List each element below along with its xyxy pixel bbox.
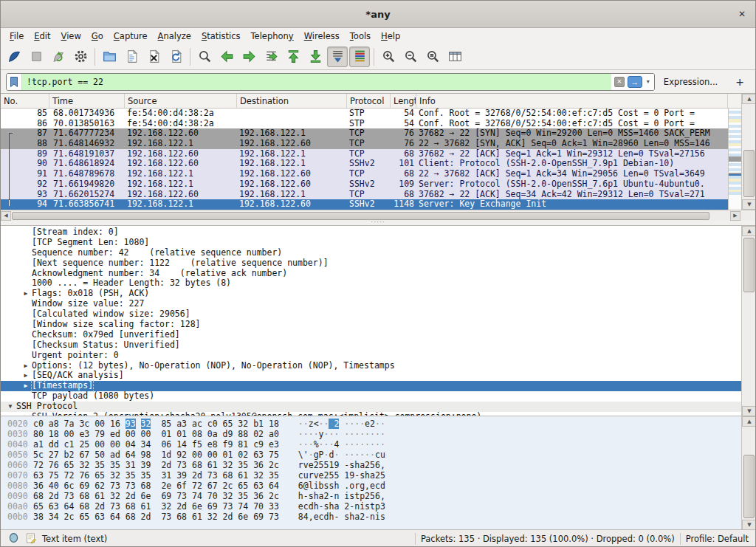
column-header-no[interactable]: No. <box>1 94 49 108</box>
column-header-time[interactable]: Time <box>49 94 125 108</box>
hex-vscroll-thumb[interactable] <box>743 455 755 518</box>
column-header-length[interactable]: Length <box>391 94 416 108</box>
hex-row-00b0[interactable]: 00b038 34 2c 65 63 64 68 2d 73 68 61 32 … <box>1 512 755 522</box>
expert-info-icon[interactable] <box>7 531 20 546</box>
stop-capture-button[interactable] <box>26 47 47 67</box>
restart-capture-button[interactable] <box>48 47 69 67</box>
zoom-in-button[interactable] <box>378 47 399 67</box>
go-to-packet-button[interactable] <box>261 47 281 67</box>
packet-row-91[interactable]: 9171.648789678192.168.122.1192.168.122.6… <box>1 169 728 179</box>
detail-line[interactable]: Urgent pointer: 0 <box>1 351 741 361</box>
packet-list-vscrollbar[interactable]: ▲ ▼ <box>741 94 756 210</box>
hex-row-0040[interactable]: 0040a1 dd c1 25 00 00 04 34 06 14 f5 e8 … <box>1 439 755 450</box>
hex-bytes[interactable]: 63 75 72 76 65 32 35 35 31 39 2d 73 68 6… <box>33 470 279 481</box>
details-vscrollbar[interactable]: ▲ ▼ <box>741 226 755 416</box>
column-header-destination[interactable]: Destination <box>237 94 347 108</box>
zoom-reset-button[interactable] <box>422 47 443 67</box>
detail-line[interactable]: [Stream index: 0] <box>1 227 741 238</box>
menu-go[interactable]: Go <box>86 30 109 43</box>
go-back-button[interactable] <box>216 47 237 67</box>
go-bottom-button[interactable] <box>305 47 326 67</box>
packet-row-86[interactable]: 8670.013850163fe:54:00:d4:38:2aSTP54Conf… <box>1 119 728 129</box>
detail-line[interactable]: ▼SSH Protocol <box>1 402 741 412</box>
hex-vscrollbar[interactable]: ▲ ▼ <box>741 416 755 529</box>
scroll-up-icon[interactable]: ▲ <box>742 226 755 236</box>
detail-line[interactable]: 1000 .... = Header Length: 32 bytes (8) <box>1 278 741 289</box>
column-header-source[interactable]: Source <box>125 94 237 108</box>
display-filter-field[interactable]: !tcp.port == 22 ✕ → ▾ <box>6 73 655 91</box>
detail-line[interactable]: ▶Options: (12 bytes), No-Operation (NOP)… <box>1 361 741 371</box>
menu-edit[interactable]: Edit <box>29 30 55 43</box>
filter-apply-button[interactable]: → <box>628 76 642 88</box>
menu-capture[interactable]: Capture <box>109 30 153 43</box>
scroll-right-icon[interactable]: ▶ <box>730 211 740 221</box>
resize-columns-button[interactable] <box>444 47 465 67</box>
open-capture-button[interactable] <box>99 47 120 67</box>
expand-arrow-icon[interactable]: ▼ <box>4 402 16 412</box>
expand-arrow-icon[interactable]: ▶ <box>20 289 32 299</box>
menu-view[interactable]: View <box>56 30 86 43</box>
menu-wireless[interactable]: Wireless <box>299 30 345 43</box>
hex-bytes[interactable]: 65 63 64 68 2d 73 68 61 32 2d 6e 69 73 7… <box>33 501 279 512</box>
capture-options-button[interactable] <box>70 47 91 67</box>
scroll-up-icon[interactable]: ▲ <box>742 94 756 104</box>
hex-bytes[interactable]: 5c 27 b2 67 50 ad 64 98 1d 92 00 00 01 0… <box>33 450 279 460</box>
packet-row-93[interactable]: 9371.662015274192.168.122.60192.168.122.… <box>1 190 728 200</box>
hex-ascii[interactable]: ··z<···2····e2·· <box>298 419 385 429</box>
go-top-button[interactable] <box>283 47 303 67</box>
column-header-info[interactable]: Info <box>416 94 728 108</box>
packet-row-87[interactable]: 8771.647777234192.168.122.60192.168.122.… <box>1 128 728 139</box>
hex-ascii[interactable]: h-sha2-nistp256, <box>298 491 385 501</box>
hex-row-0020[interactable]: 0020c0 a8 7a 3c 00 16 93 32 85 a3 ac c0 … <box>1 419 755 429</box>
details-vscroll-thumb[interactable] <box>743 238 755 292</box>
hex-ascii[interactable]: 84,ecdh-sha2-nis <box>298 512 385 522</box>
hex-row-0070[interactable]: 007063 75 72 76 65 32 35 35 31 39 2d 73 … <box>1 470 755 481</box>
colorize-button[interactable] <box>349 47 370 67</box>
detail-line[interactable]: [TCP Segment Len: 1080] <box>1 238 741 248</box>
expand-arrow-icon[interactable]: ▶ <box>20 371 32 381</box>
detail-line[interactable]: Checksum: 0x79ed [unverified] <box>1 330 741 340</box>
detail-line[interactable]: [Next sequence number: 1122 (relative se… <box>1 258 741 269</box>
menu-file[interactable]: File <box>4 30 29 43</box>
detail-line[interactable]: [Window size scaling factor: 128] <box>1 320 741 330</box>
zoom-out-button[interactable] <box>400 47 421 67</box>
hex-row-0060[interactable]: 006072 76 65 32 35 35 31 39 2d 73 68 61 … <box>1 460 755 470</box>
window-close-icon[interactable]: ✕ <box>738 1 746 28</box>
menu-statistics[interactable]: Statistics <box>196 30 246 43</box>
scroll-down-icon[interactable]: ▼ <box>742 520 755 529</box>
packet-row-85[interactable]: 8568.001734936fe:54:00:d4:38:2aSTP54Conf… <box>1 109 728 119</box>
auto-scroll-button[interactable] <box>327 47 348 67</box>
hex-ascii[interactable]: ecdh-sha2-nistp3 <box>298 501 385 512</box>
reload-capture-button[interactable] <box>165 47 186 67</box>
hex-row-00a0[interactable]: 00a065 63 64 68 2d 73 68 61 32 2d 6e 69 … <box>1 501 755 512</box>
expression-button[interactable]: Expression... <box>664 77 718 87</box>
hex-ascii[interactable]: ····y··········· <box>298 429 385 439</box>
find-packet-button[interactable] <box>194 47 215 67</box>
hex-ascii[interactable]: rve25519-sha256, <box>298 460 385 470</box>
hex-bytes[interactable]: 80 18 00 e3 79 ed 00 00 01 01 08 0a d9 8… <box>33 429 279 439</box>
start-capture-button[interactable] <box>4 47 24 67</box>
detail-line[interactable]: ▶[Timestamps] <box>1 381 741 391</box>
packet-row-94[interactable]: 9471.663856741192.168.122.1192.168.122.6… <box>1 199 728 210</box>
hex-row-0080[interactable]: 008036 40 6c 69 62 73 73 68 2e 6f 72 67 … <box>1 481 755 491</box>
detail-line[interactable]: TCP payload (1080 bytes) <box>1 391 741 402</box>
go-forward-button[interactable] <box>238 47 259 67</box>
menu-telephony[interactable]: Telephony <box>245 30 298 43</box>
hex-bytes[interactable]: a1 dd c1 25 00 00 04 34 06 14 f5 e8 f9 8… <box>33 439 279 450</box>
hex-ascii[interactable]: curve25519-sha25 <box>298 470 385 481</box>
hex-row-0050[interactable]: 00505c 27 b2 67 50 ad 64 98 1d 92 00 00 … <box>1 450 755 460</box>
menu-analyze[interactable]: Analyze <box>153 30 196 43</box>
hex-bytes[interactable]: 72 76 65 32 35 35 31 39 2d 73 68 61 32 3… <box>33 460 279 470</box>
hex-ascii[interactable]: 6@libssh.org,ecd <box>298 481 385 491</box>
menu-tools[interactable]: Tools <box>345 30 376 43</box>
detail-line[interactable]: Acknowledgment number: 34 (relative ack … <box>1 269 741 279</box>
hex-bytes[interactable]: c0 a8 7a 3c 00 16 93 32 85 a3 ac c0 65 3… <box>33 419 279 429</box>
expand-arrow-icon[interactable]: ▶ <box>20 381 32 391</box>
menu-help[interactable]: Help <box>376 30 405 43</box>
add-filter-button[interactable]: + <box>735 76 744 88</box>
detail-line[interactable]: ▶Flags: 0x018 (PSH, ACK) <box>1 289 741 299</box>
column-header-protocol[interactable]: Protocol <box>347 94 391 108</box>
hex-bytes[interactable]: 38 34 2c 65 63 64 68 2d 73 68 61 32 2d 6… <box>33 512 279 522</box>
packet-list-hscroll-thumb[interactable] <box>12 212 709 220</box>
hex-bytes[interactable]: 36 40 6c 69 62 73 73 68 2e 6f 72 67 2c 6… <box>33 481 279 491</box>
